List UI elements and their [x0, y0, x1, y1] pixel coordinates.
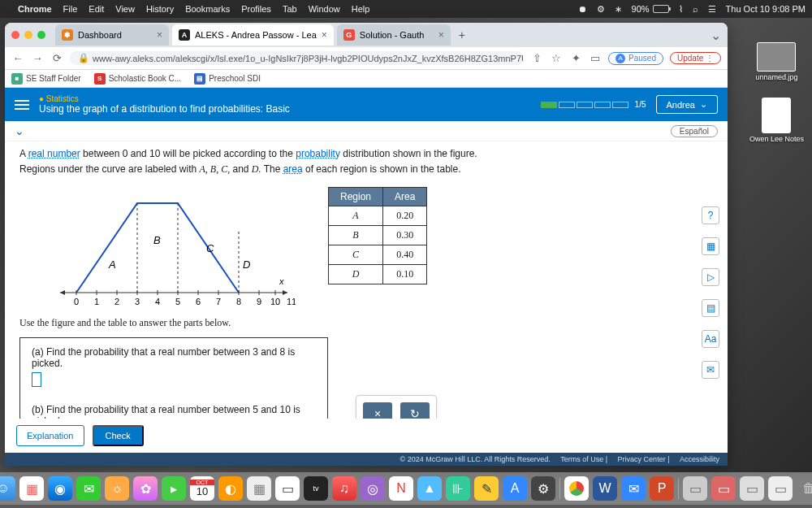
- photos-icon[interactable]: ✿: [133, 476, 158, 501]
- app-icon[interactable]: ☼: [105, 476, 129, 501]
- app-icon[interactable]: ◐: [218, 476, 243, 501]
- appletv-icon[interactable]: tv: [304, 476, 328, 501]
- facetime-icon[interactable]: ▸: [162, 476, 186, 501]
- svg-text:7: 7: [216, 297, 221, 306]
- menu-window[interactable]: Window: [309, 4, 340, 14]
- close-tab-icon[interactable]: ×: [438, 29, 444, 41]
- print-icon[interactable]: Aa: [702, 330, 719, 348]
- glossary-icon[interactable]: ▤: [702, 299, 719, 317]
- instruction-text: Use the figure and the table to answer t…: [19, 317, 713, 329]
- footer-link[interactable]: Accessibility: [680, 455, 719, 463]
- app-name[interactable]: Chrome: [18, 4, 52, 14]
- tab-aleks[interactable]: A ALEKS - Andrea Passow - Lea ×: [172, 24, 334, 46]
- bookmark-item[interactable]: ■SE Staff Folder: [11, 73, 81, 85]
- close-tab-icon[interactable]: ×: [322, 29, 327, 41]
- reload-button[interactable]: ⟳: [50, 52, 63, 64]
- url-field[interactable]: 🔒 www-awy.aleks.com/alekscgi/x/Isl.exe/1…: [70, 51, 524, 65]
- folder-icon[interactable]: ▭: [740, 476, 764, 501]
- mail-icon[interactable]: ✉: [621, 476, 646, 501]
- calendar-icon[interactable]: OCT10: [190, 476, 214, 501]
- minimize-window-button[interactable]: [24, 31, 32, 39]
- app-icon[interactable]: ▭: [275, 476, 300, 501]
- tab-gauth[interactable]: G Solution - Gauth ×: [337, 24, 451, 46]
- macos-menubar: Chrome File Edit View History Bookmarks …: [0, 0, 812, 18]
- messages-icon[interactable]: ✉: [76, 476, 101, 501]
- update-button[interactable]: Update ⋮: [670, 52, 721, 64]
- calculator-icon[interactable]: ▦: [702, 237, 719, 255]
- bookmark-item[interactable]: SScholastic Book C...: [94, 73, 181, 85]
- footer-link[interactable]: Privacy Center: [618, 455, 666, 463]
- app-icon[interactable]: ✎: [474, 476, 499, 501]
- help-icon[interactable]: ?: [702, 206, 719, 224]
- collapse-icon[interactable]: ⌄: [15, 124, 24, 137]
- clear-button[interactable]: ×: [363, 402, 392, 419]
- powerpoint-icon[interactable]: P: [650, 476, 674, 501]
- folder-icon[interactable]: ▭: [768, 476, 793, 501]
- user-menu-button[interactable]: Andrea ⌄: [656, 95, 718, 114]
- menu-history[interactable]: History: [146, 4, 174, 14]
- question-b: (b) Find the probability that a real num…: [32, 404, 316, 419]
- link-area[interactable]: area: [283, 163, 303, 175]
- battery-status[interactable]: 90%: [632, 4, 669, 14]
- clock[interactable]: Thu Oct 10 9:08 PM: [726, 4, 806, 14]
- dock-divider: [678, 478, 679, 499]
- appstore-icon[interactable]: A: [503, 476, 527, 501]
- app-icon[interactable]: ⊪: [446, 476, 470, 501]
- back-button[interactable]: ←: [11, 52, 24, 64]
- word-icon[interactable]: W: [593, 476, 617, 501]
- search-icon[interactable]: ⌕: [693, 4, 698, 14]
- finder-icon[interactable]: ☺: [0, 476, 15, 501]
- safari-icon[interactable]: ◉: [48, 476, 72, 501]
- new-tab-button[interactable]: +: [454, 28, 470, 41]
- tabs-dropdown-icon[interactable]: ⌄: [710, 28, 721, 43]
- bluetooth-icon[interactable]: ⚙: [597, 4, 605, 15]
- bookmark-item[interactable]: ▤Preschool SDI: [194, 73, 261, 85]
- menu-tab[interactable]: Tab: [283, 4, 297, 14]
- answer-input-a[interactable]: [32, 372, 41, 387]
- podcasts-icon[interactable]: ◎: [361, 476, 385, 501]
- message-icon[interactable]: ✉: [702, 361, 719, 379]
- launchpad-icon[interactable]: ▦: [19, 476, 44, 501]
- check-button[interactable]: Check: [93, 425, 144, 446]
- language-button[interactable]: Español: [671, 125, 718, 137]
- folder-icon[interactable]: ▭: [683, 476, 707, 501]
- profile-paused-button[interactable]: APaused: [608, 52, 663, 65]
- close-window-button[interactable]: [11, 31, 19, 39]
- maximize-window-button[interactable]: [37, 31, 45, 39]
- app-icon[interactable]: ▲: [417, 476, 442, 501]
- forward-button[interactable]: →: [31, 52, 44, 64]
- menu-help[interactable]: Help: [352, 4, 370, 14]
- menu-bookmarks[interactable]: Bookmarks: [185, 4, 230, 14]
- music-icon[interactable]: ♫: [332, 476, 356, 501]
- folder-icon[interactable]: ▭: [711, 476, 736, 501]
- menu-file[interactable]: File: [63, 4, 78, 14]
- menu-icon[interactable]: [15, 100, 29, 110]
- link-real-number[interactable]: real number: [28, 148, 80, 159]
- footer-link[interactable]: Terms of Use: [560, 455, 603, 463]
- extension-icon[interactable]: ▭: [589, 52, 602, 64]
- trash-icon[interactable]: 🗑: [797, 476, 812, 501]
- link-probability[interactable]: probability: [296, 148, 340, 159]
- video-icon[interactable]: ▷: [702, 268, 719, 286]
- share-icon[interactable]: ⇧: [530, 52, 543, 64]
- control-center-icon[interactable]: ☰: [708, 4, 716, 15]
- desktop-file-doc[interactable]: Owen Lee Notes: [749, 98, 804, 143]
- app-icon[interactable]: N: [389, 476, 413, 501]
- settings-icon[interactable]: ⚙: [531, 476, 555, 501]
- menu-view[interactable]: View: [115, 4, 135, 14]
- explanation-button[interactable]: Explanation: [16, 425, 84, 446]
- star-icon[interactable]: ☆: [550, 52, 563, 64]
- dock-divider: [559, 478, 560, 499]
- menu-profiles[interactable]: Profiles: [241, 4, 271, 14]
- tab-dashboard[interactable]: ✽ Dashboard ×: [55, 24, 169, 46]
- reset-button[interactable]: ↻: [400, 402, 430, 419]
- desktop-file-image[interactable]: unnamed.jpg: [755, 42, 797, 81]
- menu-edit[interactable]: Edit: [89, 4, 104, 14]
- app-icon[interactable]: ▦: [247, 476, 271, 501]
- extension-icon[interactable]: ✦: [569, 52, 582, 64]
- wifi-icon[interactable]: ⌇: [679, 4, 683, 15]
- bt-icon[interactable]: ∗: [615, 4, 622, 15]
- camera-icon[interactable]: ⏺: [578, 4, 587, 14]
- chrome-icon[interactable]: [564, 476, 589, 501]
- close-tab-icon[interactable]: ×: [157, 29, 162, 41]
